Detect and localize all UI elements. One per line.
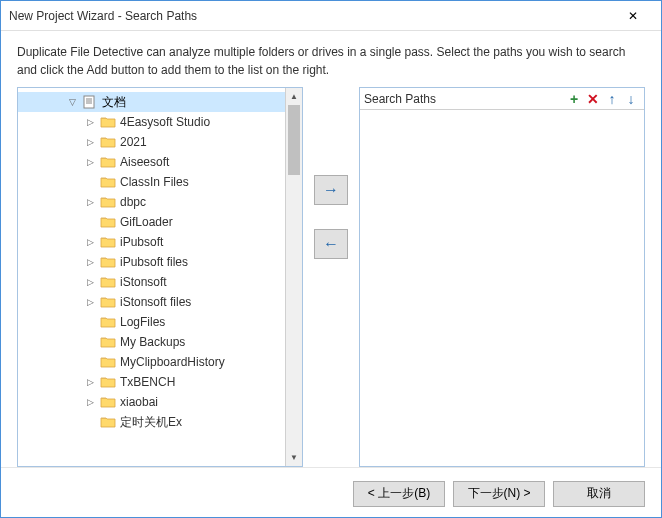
next-button[interactable]: 下一步(N) >	[453, 481, 545, 507]
folder-icon	[100, 255, 116, 269]
move-down-button[interactable]: ↓	[622, 90, 640, 108]
delete-icon: ✕	[587, 91, 599, 107]
cancel-button[interactable]: 取消	[553, 481, 645, 507]
tree-label: TxBENCH	[120, 375, 175, 389]
folder-icon	[100, 335, 116, 349]
tree-scrollbar[interactable]: ▲ ▼	[285, 88, 302, 466]
search-paths-header: Search Paths + ✕ ↑ ↓	[360, 88, 644, 110]
tree-label: MyClipboardHistory	[120, 355, 225, 369]
tree-item[interactable]: ▷iPubsoft files	[18, 252, 285, 272]
folder-icon	[100, 135, 116, 149]
tree-item[interactable]: ▷4Easysoft Studio	[18, 112, 285, 132]
search-paths-panel: Search Paths + ✕ ↑ ↓	[359, 87, 645, 467]
expander-icon[interactable]: ▷	[84, 136, 96, 148]
tree-label: 4Easysoft Studio	[120, 115, 210, 129]
folder-icon	[100, 275, 116, 289]
folder-icon	[100, 295, 116, 309]
close-button[interactable]: ✕	[613, 2, 653, 30]
expander-icon[interactable]: ▷	[84, 276, 96, 288]
expander-icon[interactable]: ▷	[84, 256, 96, 268]
footer: < 上一步(B) 下一步(N) > 取消	[1, 467, 661, 518]
content-area: ▽ 文档 ▷4Easysoft Studio▷2021▷Aiseesoft▷Cl…	[1, 87, 661, 467]
expander-icon[interactable]: ▷	[84, 196, 96, 208]
scroll-track[interactable]	[286, 105, 302, 449]
close-icon: ✕	[628, 9, 638, 23]
arrow-left-icon: ←	[323, 235, 339, 253]
window-title: New Project Wizard - Search Paths	[9, 9, 613, 23]
tree-label: LogFiles	[120, 315, 165, 329]
remove-path-button[interactable]: ✕	[584, 90, 602, 108]
tree-label: iStonsoft	[120, 275, 167, 289]
tree-label: 定时关机Ex	[120, 414, 182, 431]
folder-icon	[100, 375, 116, 389]
tree-root-item[interactable]: ▽ 文档	[18, 92, 285, 112]
tree-label: Aiseesoft	[120, 155, 169, 169]
tree-item[interactable]: ▷LogFiles	[18, 312, 285, 332]
previous-button[interactable]: < 上一步(B)	[353, 481, 445, 507]
tree-item[interactable]: ▷MyClipboardHistory	[18, 352, 285, 372]
tree-label: GifLoader	[120, 215, 173, 229]
tree-item[interactable]: ▷ClassIn Files	[18, 172, 285, 192]
tree-label: iPubsoft	[120, 235, 163, 249]
scroll-up-icon: ▲	[290, 92, 298, 101]
transfer-buttons: → ←	[311, 87, 351, 467]
expander-icon[interactable]: ▷	[84, 376, 96, 388]
folder-icon	[100, 215, 116, 229]
plus-icon: +	[570, 91, 578, 107]
expander-icon[interactable]: ▷	[84, 396, 96, 408]
tree-label: iPubsoft files	[120, 255, 188, 269]
search-paths-title: Search Paths	[364, 92, 564, 106]
folder-icon	[100, 315, 116, 329]
tree-item[interactable]: ▷2021	[18, 132, 285, 152]
tree-label: My Backups	[120, 335, 185, 349]
scroll-down-button[interactable]: ▼	[286, 449, 302, 466]
folder-icon	[100, 415, 116, 429]
expander-icon[interactable]: ▷	[84, 116, 96, 128]
tree-label: 2021	[120, 135, 147, 149]
tree-item[interactable]: ▷iPubsoft	[18, 232, 285, 252]
expander-icon[interactable]: ▷	[84, 296, 96, 308]
tree-item[interactable]: ▷GifLoader	[18, 212, 285, 232]
folder-icon	[100, 395, 116, 409]
document-folder-icon	[82, 95, 98, 109]
tree-label: 文档	[102, 94, 126, 111]
folder-tree-panel: ▽ 文档 ▷4Easysoft Studio▷2021▷Aiseesoft▷Cl…	[17, 87, 303, 467]
move-up-button[interactable]: ↑	[603, 90, 621, 108]
add-to-right-button[interactable]: →	[314, 175, 348, 205]
scroll-down-icon: ▼	[290, 453, 298, 462]
scroll-up-button[interactable]: ▲	[286, 88, 302, 105]
svg-rect-0	[84, 96, 94, 108]
arrow-down-icon: ↓	[628, 91, 635, 107]
folder-icon	[100, 115, 116, 129]
search-paths-list[interactable]	[360, 110, 644, 466]
tree-item[interactable]: ▷iStonsoft files	[18, 292, 285, 312]
titlebar: New Project Wizard - Search Paths ✕	[1, 1, 661, 31]
folder-icon	[100, 235, 116, 249]
scroll-thumb[interactable]	[288, 105, 300, 175]
arrow-up-icon: ↑	[609, 91, 616, 107]
tree-label: xiaobai	[120, 395, 158, 409]
tree-label: iStonsoft files	[120, 295, 191, 309]
arrow-right-icon: →	[323, 181, 339, 199]
folder-icon	[100, 195, 116, 209]
tree-item[interactable]: ▷Aiseesoft	[18, 152, 285, 172]
folder-icon	[100, 175, 116, 189]
tree-item[interactable]: ▷iStonsoft	[18, 272, 285, 292]
expander-icon[interactable]: ▷	[84, 156, 96, 168]
description-text: Duplicate File Detective can analyze mul…	[1, 31, 661, 87]
expander-open-icon[interactable]: ▽	[66, 96, 78, 108]
folder-icon	[100, 155, 116, 169]
tree-item[interactable]: ▷定时关机Ex	[18, 412, 285, 432]
tree-label: dbpc	[120, 195, 146, 209]
expander-icon[interactable]: ▷	[84, 236, 96, 248]
tree-item[interactable]: ▷My Backups	[18, 332, 285, 352]
folder-tree[interactable]: ▽ 文档 ▷4Easysoft Studio▷2021▷Aiseesoft▷Cl…	[18, 88, 285, 466]
tree-label: ClassIn Files	[120, 175, 189, 189]
folder-icon	[100, 355, 116, 369]
tree-item[interactable]: ▷dbpc	[18, 192, 285, 212]
tree-item[interactable]: ▷TxBENCH	[18, 372, 285, 392]
add-to-left-button[interactable]: ←	[314, 229, 348, 259]
tree-item[interactable]: ▷xiaobai	[18, 392, 285, 412]
add-path-button[interactable]: +	[565, 90, 583, 108]
